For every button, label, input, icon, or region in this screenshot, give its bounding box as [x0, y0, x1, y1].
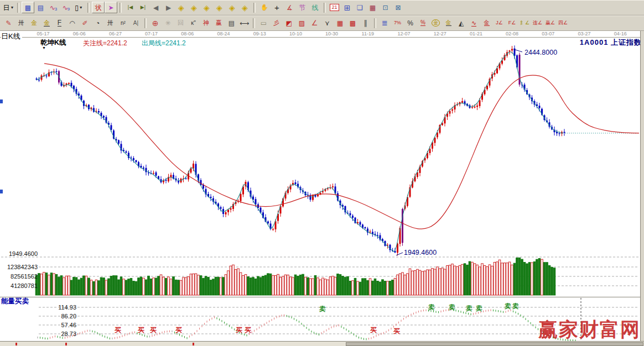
measure-ruler-icon[interactable]: ▤ [225, 17, 238, 29]
gann-fan-icon[interactable]: ◩ [283, 17, 295, 29]
gann-angle-four-icon[interactable]: 四∠ [557, 17, 569, 29]
wave-percent-icon[interactable]: 7% [391, 17, 404, 29]
crosshair-icon[interactable]: + [271, 2, 283, 13]
date-tick: 04-16 [611, 31, 630, 36]
cycle-clock-icon[interactable]: ◔ [91, 17, 104, 29]
golden-section-icon[interactable]: 金 [28, 17, 40, 29]
period-label: 日K线 [1, 32, 22, 41]
span-measure-icon[interactable]: ⟷ [238, 17, 251, 29]
gold-mark-icon[interactable]: 金 [480, 17, 493, 29]
drawing-toolbar: ✎卅金金F◠✐◔卅n²A|⊕✳回ĸ"神赢▤⟷▭彡◩▨∠⋎▦▩∥≣7%%%金金◭∿… [0, 15, 644, 31]
compress-view-icon[interactable]: ◈ [226, 2, 238, 13]
data-export-icon[interactable]: ⊡ [379, 2, 392, 13]
price-channel-icon[interactable]: ≣ [378, 17, 391, 29]
sell-marker: 卖 [448, 303, 455, 311]
gann-grid-shift-icon[interactable]: ▩ [346, 17, 359, 29]
pane-marker [0, 99, 3, 103]
stock-info-icon[interactable]: ▤ [34, 2, 47, 13]
candle-style-icon[interactable]: ▯▼ [72, 2, 85, 13]
parallel-lines-icon[interactable]: ∥ [359, 17, 372, 29]
festival-marker-icon[interactable]: 节 [296, 2, 309, 13]
chart-canvas[interactable]: 买买买买买买买买卖卖卖卖卖卖卖 [0, 31, 644, 341]
win-tool-icon[interactable]: 赢 [212, 17, 225, 29]
sell-marker: 卖 [319, 305, 326, 313]
watermark: 赢家财富网 [538, 317, 641, 343]
gann-box-icon[interactable]: ▨ [295, 17, 308, 29]
sell-marker: 卖 [475, 305, 482, 312]
trendline-pen-icon[interactable]: ✎ [2, 17, 15, 29]
buy-marker: 买 [393, 327, 400, 335]
zoom-out-horizontal-icon[interactable]: ◈ [200, 2, 213, 13]
scrollbar-marker [15, 343, 17, 345]
watch-line-label: 关注线=2241.2 [83, 39, 127, 48]
market-overview-icon[interactable]: ▩ [22, 2, 34, 13]
gann-angle-f-icon[interactable]: F∠ [506, 17, 518, 29]
vertical-grid-icon[interactable]: 卅 [15, 17, 28, 29]
gann-angle-ying-icon[interactable]: 赢∠ [544, 17, 557, 29]
percent-icon[interactable]: % [404, 17, 417, 29]
data-transfer-icon[interactable]: ⊠ [392, 2, 404, 13]
scrollbar-thumb[interactable] [346, 342, 643, 346]
date-tick: 05-17 [34, 31, 53, 36]
buy-marker: 买 [236, 326, 242, 334]
gann-angle-si-icon[interactable]: 纟∠ [518, 17, 531, 29]
date-tick: 02-08 [503, 31, 522, 36]
period-day-selector[interactable]: 日▼ [2, 2, 15, 13]
zigzag-icon[interactable]: ⋎ [321, 17, 334, 29]
expand-view-icon[interactable]: ◈ [238, 2, 251, 13]
golden-channel-icon[interactable]: 金 [40, 17, 53, 29]
pattern-tool-icon[interactable]: 状 [92, 2, 105, 13]
shift-right-icon[interactable]: ◈ [188, 2, 200, 13]
text-label-icon[interactable]: A| [129, 17, 142, 29]
shen-tool-icon[interactable]: 神 [200, 17, 212, 29]
calculator-icon[interactable]: ⊞ [341, 2, 354, 13]
shift-left-icon[interactable]: ◈ [175, 2, 188, 13]
volume-axis-label: 41280781 [0, 282, 38, 289]
chip-peak-icon[interactable]: ◭ [455, 17, 468, 29]
window-right-edge [640, 31, 644, 341]
gold-circle-icon[interactable]: 金 [429, 17, 442, 29]
ray-fan-icon[interactable]: 彡 [270, 17, 283, 29]
percent-line-icon[interactable]: % [417, 17, 429, 29]
last-bar-icon[interactable]: ▶| [137, 2, 149, 13]
circle-cross-icon[interactable]: ⊕ [149, 17, 162, 29]
erase-pen-icon[interactable]: ✐ [79, 17, 91, 29]
star-burst-icon[interactable]: ✳ [162, 17, 174, 29]
wave-band-icon[interactable]: ∿ [468, 17, 480, 29]
gann-angle-lian-icon[interactable]: 连∠ [531, 17, 544, 29]
low-price-axis-label: 1949.4600 [0, 250, 38, 257]
toolbar-separator [253, 18, 255, 28]
arc-tool-icon[interactable]: ◠ [66, 17, 79, 29]
gann-angle-j-icon[interactable]: J∠ [493, 17, 506, 29]
oscillator-axis-label: 86.20 [0, 313, 76, 319]
prev-bar-icon[interactable]: ◀ [149, 2, 162, 13]
angle-line-icon[interactable]: ∠ [308, 17, 321, 29]
signal-flag-icon[interactable]: ➤ [105, 2, 117, 13]
sell-marker: 卖 [512, 302, 519, 310]
save-icon[interactable]: ▦ [366, 2, 379, 13]
calendar-icon[interactable]: 21 [328, 2, 341, 13]
pan-hand-icon[interactable]: ✋ [258, 2, 271, 13]
minute-line-3-icon[interactable]: ∿3 [47, 2, 60, 13]
next-bar-icon[interactable]: ▶ [162, 2, 175, 13]
sell-marker: 卖 [428, 303, 435, 311]
oscillator-axis-label: 114.93 [0, 304, 76, 311]
line-draw-icon[interactable]: 线 [309, 2, 321, 13]
fibonacci-icon[interactable]: F [53, 17, 66, 29]
first-bar-icon[interactable]: |◀ [124, 2, 137, 13]
angle-measure-icon[interactable]: ∡ [283, 2, 296, 13]
diary-icon[interactable]: ❏ [354, 2, 366, 13]
time-ruler-icon[interactable]: 卅 [104, 17, 117, 29]
horizontal-scrollbar[interactable] [0, 341, 644, 346]
n-square-icon[interactable]: n² [117, 17, 129, 29]
k-note-icon[interactable]: ĸ" [187, 17, 200, 29]
zoom-in-horizontal-icon[interactable]: ◈ [213, 2, 226, 13]
square-spiral-icon[interactable]: 回 [174, 17, 187, 29]
date-tick: 03-07 [539, 31, 558, 36]
gold-line-icon[interactable]: 金 [442, 17, 455, 29]
minute-line-9-icon[interactable]: ∿9 [60, 2, 72, 13]
rectangle-tool-icon[interactable]: ▭ [257, 17, 270, 29]
date-tick: 10-10 [286, 31, 305, 36]
oscillator-axis-label: 28.73 [0, 331, 76, 337]
gann-grid-icon[interactable]: ▦ [334, 17, 346, 29]
